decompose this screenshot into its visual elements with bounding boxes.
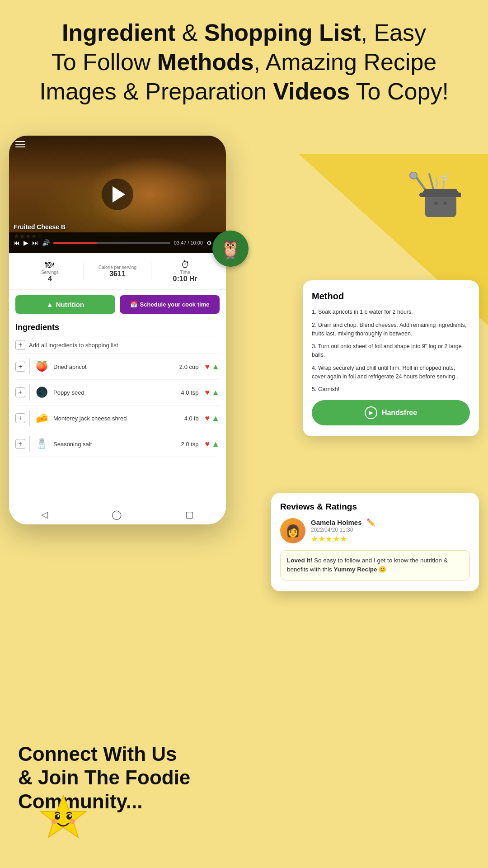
svg-line-2	[429, 174, 434, 191]
triangle-icon-0[interactable]: ▲	[211, 362, 220, 372]
svg-marker-12	[41, 796, 86, 837]
header-line1: Ingredient & Shopping List, EasyTo Follo…	[39, 19, 449, 104]
heart-icon-3[interactable]: ♥	[205, 439, 210, 449]
svg-point-15	[57, 815, 59, 817]
ingredient-amount-0: 2.0 cup	[179, 363, 199, 370]
schedule-label: Schedule your cook time	[140, 301, 210, 308]
method-step-4: 4. Wrap securely and chill until firm. R…	[312, 364, 470, 381]
method-step-3: 3. Turn out onto sheet of foil and shape…	[312, 342, 470, 359]
calories-label: Calorie per serving	[99, 265, 136, 270]
header: Ingredient & Shopping List, EasyTo Follo…	[0, 0, 488, 115]
svg-rect-11	[442, 179, 448, 180]
add-all-plus-btn[interactable]: +	[15, 340, 25, 350]
servings-label: Servings	[41, 270, 59, 275]
play-button[interactable]	[102, 179, 133, 210]
stats-row: 🍽 Servings 4 Calorie per serving 3611 ⏱ …	[9, 253, 226, 290]
time-icon: ⏱	[181, 259, 190, 270]
method-card: Method 1. Soak apricots in 1 c water for…	[303, 280, 479, 436]
ingredients-title: Ingredients	[15, 323, 220, 332]
svg-point-16	[69, 815, 71, 817]
play-circle-icon: ▶	[365, 406, 377, 419]
svg-rect-5	[424, 189, 457, 193]
handsfree-label: Handsfree	[382, 409, 417, 417]
reviewer-row: 👩 Gamela Holmes ✏️ 2022/04/20 11:30 ★★★★…	[280, 518, 470, 545]
ingredient-row-2: + 🧀 Monterey jack cheese shred 4.0 lb ♥ …	[15, 406, 220, 431]
progress-bar[interactable]	[53, 242, 170, 244]
review-bold-text: Loved it!	[287, 557, 312, 564]
reviews-card: Reviews & Ratings 👩 Gamela Holmes ✏️ 202…	[271, 493, 479, 591]
recents-nav-btn[interactable]: ▢	[185, 509, 194, 520]
add-ingredient-1-btn[interactable]: +	[15, 387, 25, 397]
calendar-icon: 📅	[130, 301, 137, 308]
add-ingredient-2-btn[interactable]: +	[15, 413, 25, 423]
method-title: Method	[312, 291, 470, 302]
time-stat: ⏱ Time 0:10 Hr	[151, 259, 219, 283]
video-controls-bar: ⏮ ▶ ⏭ 🔊 03:47 / 10:00 ⚙ ⛶	[9, 232, 226, 253]
reviewer-name: Gamela Holmes	[311, 519, 362, 526]
skip-forward-btn[interactable]: ⏭	[32, 239, 38, 246]
owl-icon: 🦉	[212, 231, 249, 267]
reviews-title: Reviews & Ratings	[280, 502, 470, 512]
triangle-icon-1[interactable]: ▲	[211, 388, 220, 397]
nutrition-label: Nutrition	[56, 301, 84, 308]
triangle-icon-2[interactable]: ▲	[211, 414, 220, 423]
nutrition-icon: ▲	[47, 301, 53, 308]
add-ingredient-0-btn[interactable]: +	[15, 362, 25, 372]
heart-icon-1[interactable]: ♥	[205, 388, 210, 397]
svg-point-8	[434, 202, 438, 205]
svg-rect-10	[441, 175, 449, 178]
bottom-line2: & Join The Foodie	[18, 766, 190, 788]
nutrition-button[interactable]: ▲ Nutrition	[15, 295, 115, 314]
ingredients-section: Ingredients + Add all ingredients to sho…	[9, 319, 226, 461]
ingredient-img-3: 🧂	[33, 436, 50, 452]
ingredient-img-0: 🍑	[33, 359, 50, 375]
svg-point-13	[55, 814, 60, 820]
svg-point-17	[52, 819, 57, 824]
servings-value: 4	[48, 275, 52, 283]
servings-icon: 🍽	[45, 259, 54, 270]
time-label: Time	[180, 270, 190, 275]
add-all-row[interactable]: + Add all ingredients to shopping list	[15, 336, 220, 354]
svg-point-1	[410, 172, 417, 179]
method-step-2: 2. Drain and chop. Blend cheeses. Add re…	[312, 321, 470, 338]
back-nav-btn[interactable]: ◁	[41, 509, 48, 520]
svg-rect-6	[419, 193, 426, 197]
ingredient-img-2: 🧀	[33, 410, 50, 426]
settings-icon[interactable]: ⚙	[206, 240, 212, 246]
ingredient-name-3: Seasoning salt	[53, 441, 177, 448]
triangle-icon-3[interactable]: ▲	[211, 439, 220, 449]
heart-icon-0[interactable]: ♥	[205, 362, 210, 372]
volume-btn[interactable]: 🔊	[42, 239, 50, 246]
heart-icon-2[interactable]: ♥	[205, 414, 210, 423]
method-step-1: 1. Soak apricots in 1 c water for 2 hour…	[312, 308, 470, 316]
ingredient-actions-1: ♥ ▲	[205, 388, 220, 397]
edit-icon[interactable]: ✏️	[366, 518, 375, 527]
schedule-button[interactable]: 📅 Schedule your cook time	[120, 295, 220, 314]
ingredient-actions-2: ♥ ▲	[205, 414, 220, 423]
svg-point-14	[66, 814, 72, 820]
add-ingredient-3-btn[interactable]: +	[15, 439, 25, 449]
divider-3	[29, 436, 30, 452]
action-buttons: ▲ Nutrition 📅 Schedule your cook time	[9, 290, 226, 319]
divider-1	[29, 384, 30, 401]
divider-0	[29, 359, 30, 375]
home-nav-btn[interactable]: ◯	[112, 509, 122, 520]
handsfree-button[interactable]: ▶ Handsfree	[312, 400, 470, 425]
review-yummy-text: Yummy Recipe	[334, 566, 377, 573]
video-time: 03:47 / 10:00	[174, 240, 203, 245]
bottom-line1: Connect With Us	[18, 743, 177, 765]
ingredient-row-0: + 🍑 Dried apricot 2.0 cup ♥ ▲	[15, 354, 220, 380]
ingredient-amount-3: 2.0 tsp	[181, 441, 198, 448]
ingredient-row-3: + 🧂 Seasoning salt 2.0 tsp ♥ ▲	[15, 431, 220, 457]
ingredient-name-0: Dried apricot	[53, 363, 176, 370]
skip-back-btn[interactable]: ⏮	[14, 239, 20, 246]
add-all-label: Add all ingredients to shopping list	[29, 342, 118, 349]
hamburger-menu[interactable]	[15, 141, 25, 147]
play-pause-btn[interactable]: ▶	[23, 239, 28, 246]
ingredient-amount-2: 4.0 lb	[184, 415, 199, 422]
android-nav-bar: ◁ ◯ ▢	[9, 505, 226, 524]
divider-2	[29, 410, 30, 426]
calories-stat: Calorie per serving 3611	[84, 265, 151, 278]
svg-rect-7	[455, 193, 461, 197]
reviewer-stars: ★★★★★	[311, 534, 470, 544]
